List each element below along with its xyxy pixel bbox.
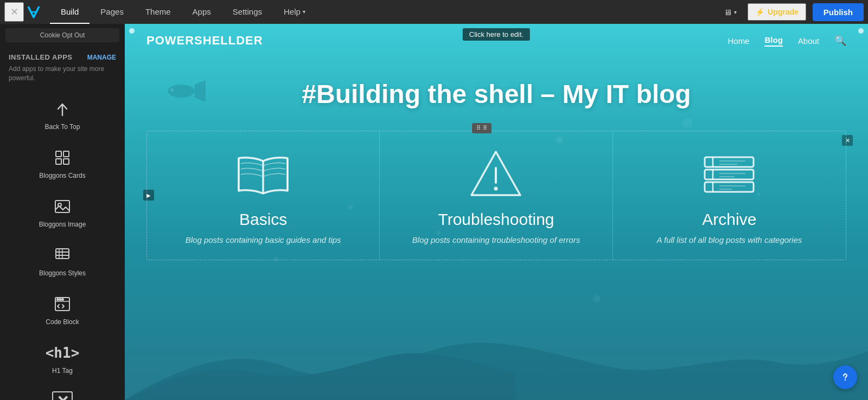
chevron-down-icon: ▾ bbox=[303, 9, 305, 15]
close-button[interactable]: ✕ bbox=[4, 2, 24, 22]
site-hero: #Building the shell – My IT blog bbox=[125, 57, 868, 120]
site-navigation: Home Blog About 🔍 bbox=[727, 35, 846, 47]
main-area: Cookie Opt Out INSTALLED APPS MANAGE Add… bbox=[0, 24, 868, 400]
svg-rect-4 bbox=[55, 201, 69, 212]
app-label: Bloggons Cards bbox=[39, 172, 85, 179]
section-title: INSTALLED APPS bbox=[9, 53, 73, 61]
svg-rect-21 bbox=[705, 157, 754, 167]
sidebar-item-h1-tag[interactable]: <h1> H1 Tag bbox=[4, 334, 120, 381]
app-label: Back To Top bbox=[45, 123, 80, 131]
sidebar-item-code-block[interactable]: Code Block bbox=[4, 286, 120, 332]
top-navigation: ✕ Build Pages Theme Apps Settings Help ▾ bbox=[0, 0, 868, 24]
installed-apps-header: INSTALLED APPS MANAGE bbox=[0, 47, 125, 64]
card-description: A full list of all blog posts with categ… bbox=[656, 234, 802, 247]
cards-grid: Basics Blog posts containing basic guide… bbox=[146, 131, 846, 260]
svg-point-13 bbox=[57, 299, 59, 300]
svg-rect-3 bbox=[63, 159, 69, 164]
app-label: Bloggons Styles bbox=[39, 269, 86, 277]
grid-icon bbox=[50, 146, 74, 170]
paint-icon bbox=[50, 243, 74, 267]
cookie-opt-out-item[interactable]: Cookie Opt Out bbox=[0, 24, 125, 47]
apps-grid: Back To Top Bloggons Cards bbox=[0, 89, 125, 400]
nav-tabs: Build Pages Theme Apps Settings Help ▾ bbox=[50, 0, 316, 24]
card-title: Troubleshooting bbox=[438, 210, 554, 229]
book-icon bbox=[231, 147, 296, 202]
app-label: Code Block bbox=[46, 318, 79, 326]
cards-section-wrapper: ▶ ✕ ⠿⠿ bbox=[136, 131, 857, 260]
sidebar-item-back-to-top[interactable]: Back To Top bbox=[4, 91, 120, 137]
desktop-icon: 🖥 bbox=[724, 8, 732, 17]
sidebar-item-bloggons-cards[interactable]: Bloggons Cards bbox=[4, 139, 120, 186]
nav-link-about[interactable]: About bbox=[798, 36, 819, 46]
logo-icon bbox=[24, 2, 43, 22]
card-description: Blog posts containing basic guides and t… bbox=[186, 234, 341, 247]
svg-rect-1 bbox=[63, 151, 69, 157]
hero-title: #Building the shell – My IT blog bbox=[157, 79, 835, 109]
sidebar-item-bloggons-styles[interactable]: Bloggons Styles bbox=[4, 237, 120, 283]
nav-link-blog[interactable]: Blog bbox=[764, 35, 782, 47]
card-troubleshooting: Troubleshooting Blog posts containing tr… bbox=[380, 131, 612, 260]
sidebar: Cookie Opt Out INSTALLED APPS MANAGE Add… bbox=[0, 24, 125, 400]
upgrade-button[interactable]: ⚡ Upgrade bbox=[748, 3, 806, 21]
lightning-icon: ⚡ bbox=[755, 8, 764, 16]
svg-rect-0 bbox=[56, 151, 61, 157]
svg-point-14 bbox=[60, 299, 61, 300]
tab-help[interactable]: Help ▾ bbox=[273, 0, 316, 24]
device-selector[interactable]: 🖥 ▾ bbox=[719, 8, 741, 17]
canvas-handle-tl bbox=[129, 28, 135, 34]
code-icon bbox=[50, 292, 74, 316]
card-toolbar[interactable]: ⠿⠿ bbox=[472, 123, 492, 133]
app-label: H1 Tag bbox=[52, 367, 73, 375]
site-logo: POWERSHELLDER bbox=[146, 34, 263, 48]
card-basics: Basics Blog posts containing basic guide… bbox=[147, 131, 380, 260]
help-button[interactable] bbox=[833, 365, 857, 389]
card-archive: Archive A full list of all blog posts wi… bbox=[613, 131, 846, 260]
svg-point-15 bbox=[62, 299, 63, 300]
app-label: Bloggons Image bbox=[39, 221, 86, 228]
website-preview[interactable]: Click here to edit. bbox=[125, 24, 868, 400]
publish-button[interactable]: Publish bbox=[813, 3, 864, 21]
svg-rect-25 bbox=[705, 182, 754, 192]
nav-right-actions: 🖥 ▾ ⚡ Upgrade Publish bbox=[719, 3, 864, 21]
tab-theme[interactable]: Theme bbox=[135, 0, 182, 24]
x-icon: ✕ bbox=[50, 390, 74, 400]
chevron-down-icon: ▾ bbox=[734, 9, 737, 15]
svg-rect-23 bbox=[705, 170, 754, 179]
manage-link[interactable]: MANAGE bbox=[87, 54, 116, 61]
edit-hint: Click here to edit. bbox=[463, 28, 530, 41]
canvas-handle-tr bbox=[858, 28, 864, 34]
tab-settings[interactable]: Settings bbox=[222, 0, 273, 24]
image-icon bbox=[50, 195, 74, 218]
svg-point-20 bbox=[494, 187, 498, 191]
tab-pages[interactable]: Pages bbox=[90, 0, 135, 24]
tab-build[interactable]: Build bbox=[50, 0, 90, 24]
card-description: Blog posts containing troubleshooting of… bbox=[412, 234, 580, 247]
svg-rect-2 bbox=[56, 159, 61, 164]
canvas-area[interactable]: Click here to edit. bbox=[125, 24, 868, 400]
cookie-opt-out-button[interactable]: Cookie Opt Out bbox=[5, 28, 119, 42]
warning-icon bbox=[463, 147, 528, 202]
search-icon[interactable]: 🔍 bbox=[834, 35, 846, 47]
arrow-up-icon bbox=[50, 97, 74, 121]
sidebar-item-x[interactable]: ✕ X bbox=[4, 383, 120, 400]
card-title: Archive bbox=[702, 210, 756, 229]
svg-point-33 bbox=[845, 379, 846, 380]
tab-apps[interactable]: Apps bbox=[182, 0, 222, 24]
sidebar-description: Add apps to make your site more powerful… bbox=[0, 64, 125, 89]
books-icon bbox=[697, 147, 762, 202]
h1-icon: <h1> bbox=[50, 341, 74, 365]
nav-link-home[interactable]: Home bbox=[727, 36, 749, 46]
card-title: Basics bbox=[239, 210, 287, 229]
sidebar-item-bloggons-image[interactable]: Bloggons Image bbox=[4, 188, 120, 235]
